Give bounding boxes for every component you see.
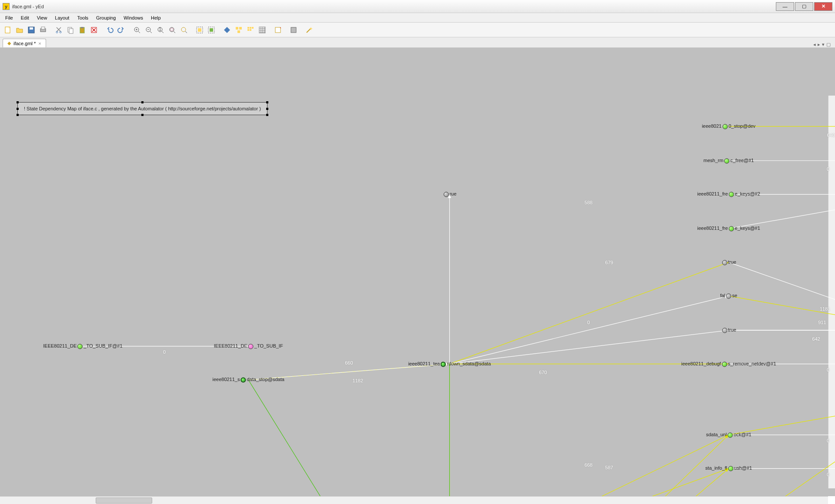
menu-file[interactable]: File: [2, 14, 17, 21]
tab-icon: ◆: [7, 40, 11, 46]
node-icon: [728, 432, 733, 438]
delete-icon[interactable]: [89, 25, 99, 35]
edge-label: 640: [827, 133, 835, 138]
node-label-right: _keys@#2: [738, 192, 760, 197]
tab-close-icon[interactable]: ×: [38, 41, 41, 46]
node-icon: [722, 124, 728, 129]
menu-layout[interactable]: Layout: [51, 14, 73, 21]
wand-icon[interactable]: [304, 25, 314, 35]
maximize-button[interactable]: ▢: [795, 2, 813, 11]
zoom-reset-icon[interactable]: 1: [155, 25, 166, 35]
zoom-fit-icon[interactable]: [167, 25, 177, 35]
svg-rect-30: [247, 29, 249, 31]
graph-node[interactable]: false: [720, 293, 737, 299]
node-label-right: sh@#1: [737, 466, 752, 471]
open-icon[interactable]: [14, 25, 25, 35]
properties-icon[interactable]: [273, 25, 283, 35]
menu-grouping[interactable]: Grouping: [93, 14, 119, 21]
graph-node[interactable]: IEEE80211_DE_TO_SUB_IF@#1: [43, 343, 122, 349]
node-label-left: fal: [720, 293, 725, 298]
new-icon[interactable]: [3, 25, 13, 35]
edge-label: 0: [587, 320, 590, 325]
tab-max-icon[interactable]: ▢: [826, 42, 831, 47]
graph-node[interactable]: ieee80211_free_keys@#1: [697, 226, 760, 232]
undo-icon[interactable]: [104, 25, 115, 35]
graph-node[interactable]: sdata_unlock@#1: [706, 432, 751, 438]
layout4-icon[interactable]: [257, 25, 267, 35]
menu-help[interactable]: Help: [147, 14, 164, 21]
fit-selection-icon[interactable]: [206, 25, 217, 35]
paste-icon[interactable]: [77, 25, 87, 35]
minimize-button[interactable]: —: [776, 2, 794, 11]
layout2-icon[interactable]: [234, 25, 244, 35]
scrollbar-thumb[interactable]: [96, 497, 152, 504]
graph-node[interactable]: ieee80211_debugfs_remove_netdev@#1: [681, 361, 776, 367]
horizontal-scrollbar[interactable]: [0, 496, 828, 504]
graph-edge[interactable]: [729, 401, 835, 435]
graph-edge[interactable]: [729, 194, 835, 229]
graph-node[interactable]: ieee80211_free_keys@#2: [697, 192, 760, 197]
zoom-out-icon[interactable]: [144, 25, 154, 35]
window-title: iface.gml - yEd: [12, 4, 776, 9]
zoom-sel-icon[interactable]: [179, 25, 189, 35]
app-icon: y: [3, 3, 10, 10]
node-label-right: rue: [450, 192, 457, 197]
tab-bar: ◆ iface.gml * × ◂ ▸ ▾ ▢: [0, 37, 835, 48]
graph-title-box[interactable]: ! State Dependency Map of iface.c , gene…: [17, 102, 267, 115]
group-icon[interactable]: [288, 25, 299, 35]
cut-icon[interactable]: [53, 25, 64, 35]
graph-node[interactable]: ieee80211_sdata_stop@sdata: [212, 377, 284, 383]
menu-windows[interactable]: Windows: [120, 14, 147, 21]
menu-tools[interactable]: Tools: [73, 14, 92, 21]
edge-label: 670: [539, 370, 547, 375]
node-label-left: ieee80211_fre: [697, 226, 728, 231]
node-label-left: ieee80211_s: [212, 377, 240, 382]
fit-content-icon[interactable]: [194, 25, 205, 35]
edge-label: 0: [827, 472, 829, 477]
svg-rect-8: [69, 29, 73, 33]
graph-node[interactable]: ieee80211_teardown_sdata@sdata: [408, 361, 491, 367]
graph-edge[interactable]: [450, 330, 729, 364]
graph-canvas[interactable]: ! State Dependency Map of iface.c , gene…: [0, 48, 835, 496]
graph-node[interactable]: true: [721, 328, 736, 333]
tab-prev-icon[interactable]: ◂: [813, 42, 816, 47]
graph-node[interactable]: IEEE80211_DE_TO_SUB_IF: [214, 343, 283, 349]
copy-icon[interactable]: [65, 25, 76, 35]
graph-title-text: ! State Dependency Map of iface.c , gene…: [24, 106, 261, 111]
svg-rect-4: [41, 27, 45, 29]
tab-label: iface.gml *: [13, 41, 36, 46]
node-label-left: ieee8021: [702, 123, 721, 129]
zoom-in-icon[interactable]: [132, 25, 142, 35]
tab-iface[interactable]: ◆ iface.gml * ×: [3, 39, 46, 47]
tab-list-icon[interactable]: ▾: [822, 42, 825, 47]
print-icon[interactable]: [38, 25, 48, 35]
graph-edge[interactable]: [450, 262, 729, 364]
layout1-icon[interactable]: [222, 25, 232, 35]
graph-edge[interactable]: [450, 468, 729, 496]
redo-icon[interactable]: [116, 25, 127, 35]
menu-edit[interactable]: Edit: [17, 14, 33, 21]
node-label-right: _keys@#1: [738, 226, 760, 231]
graph-node[interactable]: true: [721, 259, 736, 265]
node-icon: [441, 361, 446, 367]
graph-edge[interactable]: [729, 401, 835, 496]
edge-label: 588: [584, 200, 592, 205]
menu-view[interactable]: View: [33, 14, 51, 21]
graph-edge[interactable]: [248, 380, 449, 496]
svg-rect-34: [291, 27, 296, 33]
layout3-icon[interactable]: [245, 25, 256, 35]
graph-edge[interactable]: [450, 468, 729, 496]
graph-node[interactable]: rue: [443, 192, 457, 197]
svg-rect-25: [239, 27, 242, 30]
close-button[interactable]: ✕: [814, 2, 832, 11]
save-icon[interactable]: [26, 25, 37, 35]
node-icon: [729, 192, 734, 197]
graph-edge[interactable]: [450, 296, 729, 364]
graph-node[interactable]: ieee80210_stop@dev: [702, 123, 755, 129]
graph-node[interactable]: mesh_rmc_free@#1: [704, 158, 754, 163]
node-label-left: sdata_unl: [706, 432, 727, 437]
graph-node[interactable]: sta_info_flush@#1: [705, 466, 752, 471]
toolbar: 1: [0, 23, 835, 37]
tab-next-icon[interactable]: ▸: [818, 42, 820, 47]
node-label-left: mesh_rm: [704, 158, 724, 163]
